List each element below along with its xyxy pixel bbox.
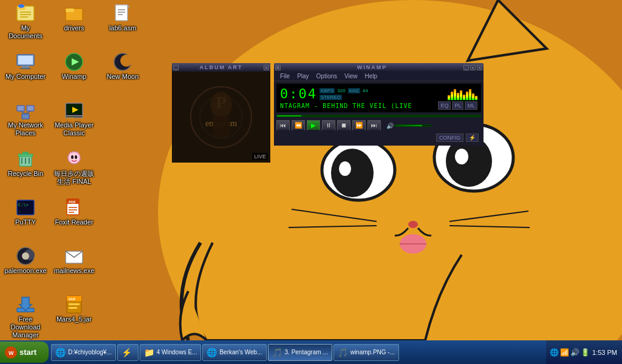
icon-media-player[interactable]: PECE Media Player Classic <box>50 98 98 140</box>
svg-rect-38 <box>27 106 34 111</box>
lab6asm-label: lab6.asm <box>109 24 137 32</box>
album-art-titlebar[interactable]: _ ALBUM ART × <box>172 63 270 72</box>
start-button[interactable]: W start <box>0 342 49 363</box>
recycle-bin-icon <box>16 149 35 169</box>
icon-anime[interactable]: 毎日歩の週販生活 FINAL <box>50 147 98 188</box>
rewind-button[interactable]: ⏪ <box>292 120 305 131</box>
svg-text:JAR: JAR <box>68 297 76 301</box>
ml-button[interactable]: ML <box>465 101 477 110</box>
my-computer-label: My Computer <box>5 73 46 81</box>
album-art-title: ALBUM ART <box>179 64 264 70</box>
winamp-seekbar[interactable] <box>276 115 481 117</box>
foxit-label: Foxit Reader <box>55 218 94 226</box>
svg-point-5 <box>331 149 374 197</box>
volume-icon: 🔊 <box>386 123 394 129</box>
icon-winamp[interactable]: Winamp <box>50 50 98 83</box>
my-network-icon <box>16 101 35 120</box>
winamp-lightning[interactable]: ⚡ <box>466 133 479 142</box>
menu-options[interactable]: Options <box>313 72 341 80</box>
winamp-playback-controls: ⏮ ⏪ ▶ ⏸ ⏹ ⏩ ⏭ 🔊 <box>276 119 481 132</box>
winamp-icon <box>64 52 84 72</box>
my-documents-icon <box>16 4 35 23</box>
new-moon-label: New Moon <box>107 73 139 81</box>
prev-button[interactable]: ⏮ <box>276 120 290 131</box>
winamp-main: 0:04 KBPS 320 KHZ 44 STEREO <box>274 81 484 146</box>
menu-view[interactable]: View <box>341 72 361 80</box>
icon-my-computer[interactable]: My Computer <box>1 50 50 83</box>
album-art-close[interactable]: × <box>264 65 269 70</box>
album-art-live-badge: LIVE <box>252 153 268 160</box>
drivers-label: drivers <box>64 24 84 32</box>
icon-mailnews[interactable]: mailnews.exe <box>50 244 98 277</box>
taskbar-icon-3: 🌐 <box>207 348 217 357</box>
taskbar-item-5[interactable]: 🎵 winamp.PNG -... <box>333 344 399 361</box>
mailnews-label: mailnews.exe <box>54 267 95 275</box>
taskbar-icon-5: 🎵 <box>338 348 348 357</box>
taskbar-label-4: 3. Pentagram ... <box>285 349 328 356</box>
icon-new-moon[interactable]: New Moon <box>98 50 147 83</box>
icon-lab6asm[interactable]: lab6.asm <box>98 1 147 35</box>
winamp-mode-buttons: EQ PL ML <box>438 101 477 110</box>
desktop: My Documents drivers lab6.asm My Compute… <box>0 0 622 340</box>
svg-text:W: W <box>9 350 14 356</box>
kbps-label: KBPS <box>320 88 335 93</box>
menu-file[interactable]: File <box>276 72 293 80</box>
icon-my-network[interactable]: My Network Places <box>1 98 50 140</box>
tray-volume-icon: 🔊 <box>570 348 579 357</box>
taskbar-icon-1: ⚡ <box>121 348 132 357</box>
taskbar-item-1[interactable]: ⚡ <box>117 344 138 361</box>
icon-mars4[interactable]: JAR Mars4_5.jar <box>50 292 98 326</box>
taskbar-item-0[interactable]: 🌐 D:¥chiyoblog¥... <box>51 344 116 361</box>
stop-button[interactable]: ⏹ <box>337 120 350 131</box>
forward-button[interactable]: ⏩ <box>352 120 366 131</box>
svg-point-36 <box>120 55 132 67</box>
anime-label: 毎日歩の週販生活 FINAL <box>52 170 96 186</box>
icon-my-documents[interactable]: My Documents <box>1 1 50 42</box>
svg-point-64 <box>22 252 29 260</box>
winamp-shade-btn[interactable]: ▪ <box>470 65 476 70</box>
svg-point-10 <box>408 221 418 228</box>
icon-recycle-bin[interactable]: Recycle Bin <box>1 147 50 180</box>
icon-putty[interactable]: C:\>_ PuTTY <box>1 195 50 229</box>
system-clock: 1:53 PM <box>591 349 618 356</box>
icon-drivers[interactable]: drivers <box>50 1 98 35</box>
album-art-minimize[interactable]: _ <box>173 65 179 70</box>
palemoon-icon <box>16 246 35 266</box>
taskbar-item-3[interactable]: 🌐 Berkan's Web... <box>202 344 266 361</box>
volume-fill <box>395 125 422 126</box>
recycle-bin-label: Recycle Bin <box>8 170 43 178</box>
icon-palemoon[interactable]: palemoon.exe <box>1 244 50 277</box>
taskbar-item-4[interactable]: 🎵 3. Pentagram ... <box>268 344 332 361</box>
config-button[interactable]: CONFIG <box>436 133 463 142</box>
play-button[interactable]: ▶ <box>307 120 320 131</box>
volume-bar[interactable] <box>395 124 431 127</box>
tray-network-icon: 📶 <box>560 348 569 357</box>
foxit-icon: PDF <box>64 198 84 217</box>
icon-foxit[interactable]: PDF Foxit Reader <box>50 195 98 229</box>
album-art-window[interactable]: _ ALBUM ART × P entagram LIVE <box>172 63 270 163</box>
menu-play[interactable]: Play <box>293 72 312 80</box>
eq-button[interactable]: EQ <box>438 101 451 110</box>
free-download-label: Free Download Manager <box>4 315 47 340</box>
eq-bar-1 <box>448 95 450 100</box>
next-button[interactable]: ⏭ <box>367 120 381 131</box>
pl-button[interactable]: PL <box>452 101 463 110</box>
taskbar-icon-4: 🎵 <box>272 348 282 357</box>
putty-icon: C:\>_ <box>16 198 35 217</box>
icon-free-download[interactable]: Free Download Manager <box>1 292 50 340</box>
winamp-minimize-btn[interactable]: _ <box>463 65 469 70</box>
taskbar-label-3: Berkan's Web... <box>219 349 262 356</box>
eq-bar-3 <box>454 89 456 100</box>
pause-button[interactable]: ⏸ <box>322 120 335 131</box>
winamp-titlebar[interactable]: ≡ WINAMP _ ▪ × <box>274 63 484 72</box>
winamp-window[interactable]: ≡ WINAMP _ ▪ × File Play Options View He… <box>274 63 484 146</box>
putty-label: PuTTY <box>15 218 36 226</box>
taskbar-icon-2: 📁 <box>144 348 154 357</box>
winamp-config-row: CONFIG ⚡ <box>276 132 481 143</box>
winamp-close-btn[interactable]: × <box>477 65 482 70</box>
winamp-window-controls: _ ▪ × <box>463 65 482 70</box>
taskbar-item-2[interactable]: 📁 4 Windows E... <box>140 344 202 361</box>
menu-help[interactable]: Help <box>361 72 381 80</box>
taskbar-items: 🌐 D:¥chiyoblog¥... ⚡ 📁 4 Windows E... 🌐 … <box>51 344 546 361</box>
winamp-options-btn[interactable]: ≡ <box>275 65 281 70</box>
